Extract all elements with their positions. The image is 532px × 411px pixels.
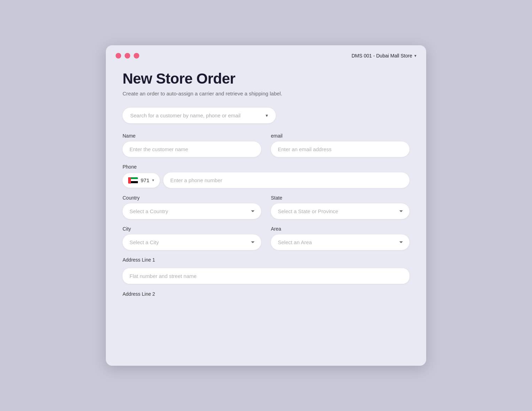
address1-label: Address Line 1 <box>123 257 409 263</box>
title-bar: DMS 001 - Dubai Mall Store ▾ <box>106 45 426 62</box>
address1-input[interactable] <box>123 268 409 284</box>
phone-chevron-icon: ▾ <box>152 178 154 183</box>
address2-label: Address Line 2 <box>123 291 155 297</box>
email-label: email <box>271 133 409 139</box>
uae-flag-icon <box>128 177 138 184</box>
phone-input[interactable] <box>163 172 409 188</box>
phone-label: Phone <box>123 164 409 170</box>
email-field-group: email <box>271 133 409 157</box>
country-label: Country <box>123 195 261 201</box>
app-window: DMS 001 - Dubai Mall Store ▾ New Store O… <box>106 45 426 366</box>
phone-row: 971 ▾ <box>123 172 409 188</box>
address-section: Address Line 1 <box>123 257 409 284</box>
customer-search[interactable]: Search for a customer by name, phone or … <box>123 108 276 123</box>
area-field-group: Area Select an Area <box>271 226 409 250</box>
name-input[interactable] <box>123 141 261 157</box>
phone-code: 971 <box>141 177 149 183</box>
name-email-row: Name email <box>123 133 409 157</box>
email-input[interactable] <box>271 141 409 157</box>
store-chevron-icon: ▾ <box>414 53 416 58</box>
country-select[interactable]: Select a Country <box>123 203 261 219</box>
state-field-group: State Select a State or Province <box>271 195 409 219</box>
phone-section: Phone 971 ▾ <box>123 164 409 188</box>
form-content: New Store Order Create an order to auto-… <box>106 62 426 311</box>
state-label: State <box>271 195 409 201</box>
store-selector[interactable]: DMS 001 - Dubai Mall Store ▾ <box>352 53 416 59</box>
city-field-group: City Select a City <box>123 226 261 250</box>
window-controls <box>116 53 139 59</box>
store-name-label: DMS 001 - Dubai Mall Store <box>352 53 412 59</box>
name-label: Name <box>123 133 261 139</box>
city-select[interactable]: Select a City <box>123 234 261 250</box>
name-field-group: Name <box>123 133 261 157</box>
close-button[interactable] <box>116 53 121 59</box>
address2-section: Address Line 2 <box>123 291 409 297</box>
area-label: Area <box>271 226 409 232</box>
page-subtitle: Create an order to auto-assign a carrier… <box>123 91 409 96</box>
city-area-row: City Select a City Area Select an Area <box>123 226 409 250</box>
search-wrapper: Search for a customer by name, phone or … <box>123 108 409 123</box>
country-state-row: Country Select a Country State Select a … <box>123 195 409 219</box>
country-field-group: Country Select a Country <box>123 195 261 219</box>
maximize-button[interactable] <box>134 53 139 59</box>
city-label: City <box>123 226 261 232</box>
phone-country-selector[interactable]: 971 ▾ <box>123 173 160 188</box>
page-title: New Store Order <box>123 70 409 87</box>
address1-field-group: Address Line 1 <box>123 257 409 284</box>
state-select[interactable]: Select a State or Province <box>271 203 409 219</box>
search-placeholder: Search for a customer by name, phone or … <box>130 113 241 118</box>
area-select[interactable]: Select an Area <box>271 234 409 250</box>
minimize-button[interactable] <box>125 53 130 59</box>
search-chevron-icon: ▾ <box>266 113 268 118</box>
